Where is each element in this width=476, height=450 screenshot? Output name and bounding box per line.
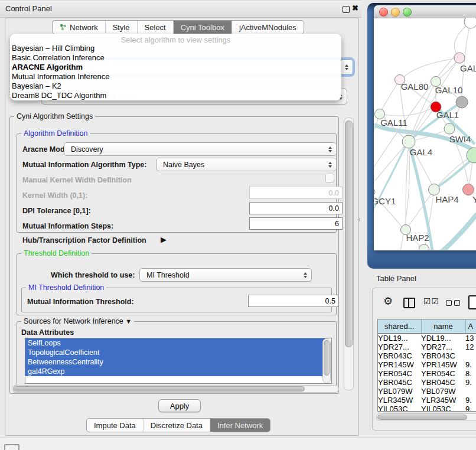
float-window-icon[interactable]: [343, 6, 350, 13]
column-header-third[interactable]: A: [465, 319, 476, 334]
algorithm-option[interactable]: ARACNE Algorithm: [10, 63, 341, 72]
network-node[interactable]: [419, 244, 429, 250]
table-cell[interactable]: YIL053C: [378, 405, 421, 412]
attributes-list-scrollbar[interactable]: [322, 338, 331, 383]
table-cell[interactable]: YDR27...: [421, 343, 465, 351]
table-row[interactable]: YBR043CYBR043C: [378, 351, 476, 360]
table-cell[interactable]: YLR345W: [378, 396, 421, 405]
settings-scrollbar-thumb[interactable]: [345, 120, 353, 347]
algorithm-option[interactable]: Basic Correlation Inference: [10, 53, 341, 63]
table-cell[interactable]: YER054C: [378, 369, 421, 378]
network-node[interactable]: [464, 18, 476, 28]
document-icon[interactable]: [468, 295, 476, 309]
data-attribute-item[interactable]: gal4RGexp: [25, 367, 325, 376]
table-row[interactable]: YLR345WYLR345W9.: [378, 396, 476, 405]
table-cell[interactable]: YLR345W: [421, 396, 465, 405]
table-cell[interactable]: YPR145W: [421, 360, 465, 369]
table-cell[interactable]: 9.: [465, 405, 476, 412]
minimized-window-icon[interactable]: [4, 444, 19, 450]
table-cell[interactable]: YBR043C: [378, 351, 421, 360]
algorithm-option[interactable]: Bayesian – K2: [10, 81, 341, 91]
network-node-hap4[interactable]: [429, 184, 440, 195]
table-cell[interactable]: YBR045C: [378, 378, 421, 387]
table-hscrollbar-thumb[interactable]: [377, 415, 467, 420]
mi-steps-field[interactable]: 6: [249, 217, 343, 230]
deselect-checkbox-icon[interactable]: [446, 300, 452, 306]
table-cell[interactable]: [465, 387, 476, 396]
collapse-arrow-icon[interactable]: ▼: [125, 318, 132, 325]
table-cell[interactable]: YIL053C: [421, 405, 465, 412]
table-row[interactable]: YIL053CYIL053C9.: [378, 405, 476, 412]
gear-icon[interactable]: ⚙: [383, 296, 393, 306]
settings-hscrollbar-thumb[interactable]: [13, 386, 305, 392]
table-cell[interactable]: 9.: [465, 378, 476, 387]
table-row[interactable]: YDR27...YDR27...12: [378, 343, 476, 351]
tab-infer-network[interactable]: Infer Network: [210, 419, 270, 432]
aracne-mode-combo[interactable]: Discovery: [64, 142, 337, 156]
close-window-icon[interactable]: ✖: [352, 4, 358, 12]
table-cell[interactable]: [465, 351, 476, 360]
dpi-tolerance-field[interactable]: 0.0: [249, 202, 343, 214]
mi-threshold-field[interactable]: 0.5: [248, 295, 339, 307]
tab-style[interactable]: Style: [105, 21, 137, 34]
tab-impute-data[interactable]: Impute Data: [87, 419, 143, 432]
column-layout-icon[interactable]: [403, 298, 415, 308]
network-node[interactable]: [444, 123, 455, 134]
algorithm-option[interactable]: Mutual Information Inference: [10, 72, 341, 81]
deselect-checkbox-icon[interactable]: [454, 300, 460, 306]
table-cell[interactable]: YBR045C: [421, 378, 465, 387]
tab-cyni-toolbox[interactable]: Cyni Toolbox: [173, 21, 232, 34]
settings-vertical-scrollbar[interactable]: [344, 118, 354, 390]
table-row[interactable]: YBR045CYBR045C9.: [378, 378, 476, 387]
manual-kernel-width-checkbox[interactable]: [325, 174, 334, 182]
table-cell[interactable]: YBR043C: [421, 351, 465, 360]
network-svg[interactable]: GALGAL80GAL10GAL1GAL11GAL4SWI4GCY1HAP4YH…: [374, 18, 476, 250]
network-window-titlebar[interactable]: [374, 5, 476, 18]
network-node-swi4[interactable]: [467, 148, 476, 163]
algorithm-option[interactable]: Bayesian – Hill Climbing: [10, 44, 341, 53]
network-node-gal4[interactable]: [402, 135, 415, 148]
table-cell[interactable]: 13: [465, 334, 476, 343]
which-threshold-combo[interactable]: MI Threshold: [139, 268, 312, 282]
data-attribute-item[interactable]: SelfLoops: [25, 338, 325, 348]
zoom-traffic-light-icon[interactable]: [403, 8, 412, 17]
table-cell[interactable]: 9.: [465, 396, 476, 405]
data-attribute-item[interactable]: TopologicalCoefficient: [25, 348, 325, 357]
mi-algorithm-type-combo[interactable]: Naive Bayes: [156, 158, 337, 171]
expand-arrow-icon[interactable]: ▶: [161, 235, 167, 244]
network-node-y[interactable]: [463, 184, 474, 195]
attributes-scrollbar-thumb[interactable]: [324, 340, 330, 376]
table-cell[interactable]: 8.: [465, 369, 476, 378]
table-cell[interactable]: YDR27...: [378, 343, 421, 351]
hub-tf-definition-label[interactable]: Hub/Transcription Factor Definition: [22, 236, 146, 244]
table-cell[interactable]: YPR145W: [378, 360, 421, 369]
table-cell[interactable]: 9.: [465, 360, 476, 369]
table-cell[interactable]: YER054C: [421, 369, 465, 378]
network-node[interactable]: [456, 96, 468, 108]
table-row[interactable]: YDL19...YDL19...13: [378, 334, 476, 343]
tab-select[interactable]: Select: [137, 21, 173, 34]
minimize-traffic-light-icon[interactable]: [391, 8, 400, 17]
tab-network[interactable]: Network: [53, 21, 105, 34]
tab-jactivemnodules[interactable]: jActiveMNodules: [232, 21, 304, 34]
split-pane-toggle[interactable]: [357, 217, 360, 222]
settings-horizontal-scrollbar[interactable]: [12, 385, 339, 393]
algorithm-option[interactable]: Dream8 DC_TDC Algorithm: [10, 91, 341, 100]
table-horizontal-scrollbar[interactable]: [376, 413, 476, 421]
table-row[interactable]: YER054CYER054C8.: [378, 369, 476, 378]
table-cell[interactable]: YBL079W: [421, 387, 465, 396]
table-row[interactable]: YPR145WYPR145W9.: [378, 360, 476, 369]
kernel-width-field[interactable]: 0.0: [249, 187, 343, 199]
table-cell[interactable]: YDL19...: [378, 334, 421, 343]
column-header-name[interactable]: name: [421, 319, 465, 334]
table-cell[interactable]: YBL079W: [378, 387, 421, 396]
apply-button[interactable]: Apply: [158, 399, 201, 412]
close-traffic-light-icon[interactable]: [379, 8, 388, 17]
tab-discretize-data[interactable]: Discretize Data: [143, 419, 210, 432]
column-header-shared[interactable]: shared...: [378, 319, 421, 334]
table-cell[interactable]: 12: [465, 343, 476, 351]
select-all-checks-icon[interactable]: ☑☑: [423, 296, 439, 306]
data-attribute-item[interactable]: BetweennessCentrality: [25, 357, 325, 367]
table-row[interactable]: YBL079WYBL079W: [378, 387, 476, 396]
table-cell[interactable]: YDL19...: [421, 334, 465, 343]
